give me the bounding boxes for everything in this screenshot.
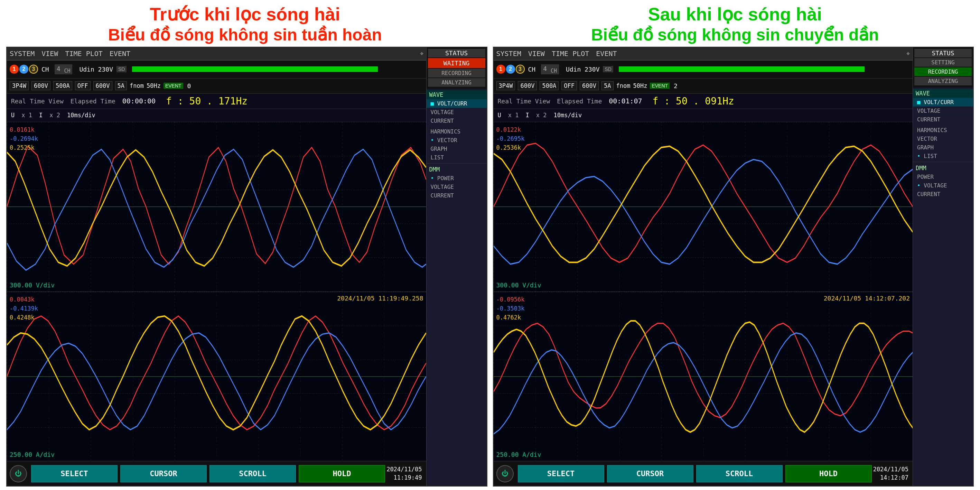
left-date-stamp: 2024/11/05 11:19:49 <box>387 465 423 482</box>
left-scale-i: I <box>39 112 43 119</box>
left-menu-system[interactable]: SYSTEM <box>10 49 35 58</box>
left-elapsed-label: Elapsed Time <box>70 97 115 105</box>
left-menu-bar: SYSTEM VIEW TIME PLOT EVENT ⌖ <box>7 48 426 60</box>
left-mode: 3P4W <box>10 81 29 90</box>
left-top-bottom-label: 300.00 V/div <box>10 282 55 289</box>
left-ch4-badge[interactable]: 4 CH <box>55 64 73 75</box>
left-ch3-badge[interactable]: 3 <box>29 65 38 74</box>
left-sidebar-graph[interactable]: GRAPH <box>426 145 487 153</box>
left-antenna-icon: ⌖ <box>420 50 423 57</box>
right-title: Sau khi lọc sóng hài Biểu đồ sóng không … <box>490 3 980 45</box>
left-event-badge: EVENT <box>164 83 183 89</box>
right-sidebar: STATUS SETTING RECORDING ANALYZING WAVE … <box>913 48 973 486</box>
left-dmm-power[interactable]: POWER <box>426 174 487 183</box>
left-signal-bar <box>132 67 421 72</box>
right-menu-view[interactable]: VIEW <box>528 49 545 58</box>
left-sidebar-vector[interactable]: VECTOR <box>426 136 487 145</box>
right-scroll-btn[interactable]: SCROLL <box>696 465 783 482</box>
right-status-setting: SETTING <box>914 58 972 67</box>
right-ch4-badge[interactable]: 4 CH <box>541 64 559 75</box>
right-sidebar-current[interactable]: CURRENT <box>913 115 973 124</box>
right-settings-bar: 3P4W 600V 500A OFF 600V 5A fnom 50Hz EVE… <box>494 78 913 94</box>
right-menu-timeplot[interactable]: TIME PLOT <box>552 49 589 58</box>
right-udin: Udin 230V <box>566 66 600 73</box>
right-scale-div: 10ms/div <box>554 112 582 119</box>
right-scale-i: I <box>525 112 529 119</box>
right-scope: SYSTEM VIEW TIME PLOT EVENT ⌖ 1 2 3 CH 4 <box>493 47 974 487</box>
left-wave-title: WAVE <box>426 90 487 99</box>
right-dmm-power[interactable]: POWER <box>913 173 973 181</box>
left-sidebar-voltcurr[interactable]: VOLT/CURR <box>426 99 487 108</box>
right-top-wave: 0.0122k -0.2695k 0.2536k 300.00 V/div <box>494 122 913 292</box>
right-menu-system[interactable]: SYSTEM <box>496 49 521 58</box>
right-elapsed-label: Elapsed Time <box>557 97 602 105</box>
right-sidebar-voltcurr[interactable]: VOLT/CURR <box>913 98 973 107</box>
left-scale-ux: x 1 <box>21 112 32 119</box>
right-bottom-val1: -0.0956k <box>496 296 525 303</box>
left-scope: SYSTEM VIEW TIME PLOT EVENT ⌖ 1 2 3 CH 4 <box>6 47 487 487</box>
left-fnom-val: 50Hz <box>146 82 161 89</box>
right-sidebar-graph[interactable]: GRAPH <box>913 143 973 152</box>
left-status-waiting: WAITING <box>428 58 485 68</box>
left-top-wave: 0.0161k -0.2694k 0.2525k 300.00 V/div <box>7 122 426 292</box>
right-off: OFF <box>562 81 577 90</box>
right-ch3-badge[interactable]: 3 <box>516 65 525 74</box>
left-status-recording: RECORDING <box>428 69 485 78</box>
left-sidebar-voltage[interactable]: VOLTAGE <box>426 108 487 116</box>
right-zero-val: 2 <box>674 82 678 89</box>
right-dmm-voltage[interactable]: VOLTAGE <box>913 181 973 190</box>
right-select-btn[interactable]: SELECT <box>518 465 604 482</box>
right-timestamp: 2024/11/05 14:12:07.202 <box>824 294 910 302</box>
right-power-btn[interactable]: ⏻ <box>496 465 514 482</box>
right-bottom-bottom-label: 250.00 A/div <box>496 451 541 458</box>
right-title-main: Sau khi lọc sóng hài <box>490 3 980 25</box>
left-zero-val: 0 <box>187 82 191 89</box>
right-bottom-bar: ⏻ SELECT CURSOR SCROLL HOLD 2024/11/05 1… <box>494 461 913 486</box>
right-bottom-val2: -0.3503k <box>496 305 525 312</box>
right-top-val2: -0.2695k <box>496 135 525 142</box>
right-hold-btn[interactable]: HOLD <box>785 465 872 482</box>
right-fnom: fnom <box>616 82 630 89</box>
left-ch2-badge[interactable]: 2 <box>19 65 29 74</box>
right-sidebar-vector[interactable]: VECTOR <box>913 135 973 143</box>
left-cursor-btn[interactable]: CURSOR <box>120 465 207 482</box>
left-fnom: fnom <box>130 82 144 89</box>
left-select-btn[interactable]: SELECT <box>31 465 118 482</box>
right-sidebar-voltage[interactable]: VOLTAGE <box>913 107 973 115</box>
left-amp: 500A <box>53 81 72 90</box>
right-dmm-current[interactable]: CURRENT <box>913 190 973 199</box>
right-sidebar-harmonics[interactable]: HARMONICS <box>913 126 973 135</box>
right-dmm-section: DMM POWER VOLTAGE CURRENT <box>913 162 973 200</box>
left-timestamp: 2024/11/05 11:19:49.258 <box>337 294 423 302</box>
right-cursor-btn[interactable]: CURSOR <box>607 465 694 482</box>
right-rtview-bar: Real Time View Elapsed Time 00:01:07 f :… <box>494 94 913 109</box>
left-dmm-section: DMM POWER VOLTAGE CURRENT <box>426 164 487 201</box>
right-top-val3: 0.2536k <box>496 144 521 151</box>
left-hold-btn[interactable]: HOLD <box>299 465 385 482</box>
right-elapsed-time: 00:01:07 <box>609 97 642 105</box>
right-sd: SD <box>603 66 613 72</box>
right-ch2-badge[interactable]: 2 <box>506 65 515 74</box>
left-bottom-val3: 0.4248k <box>10 314 35 321</box>
left-menu-event[interactable]: EVENT <box>110 49 130 58</box>
right-ch-label: CH <box>528 66 536 73</box>
right-menu-event[interactable]: EVENT <box>596 49 617 58</box>
right-freq-display: f : 50 . 091Hz <box>653 95 734 107</box>
right-dmm-title: DMM <box>913 164 973 173</box>
left-menu-timeplot[interactable]: TIME PLOT <box>65 49 102 58</box>
left-dmm-voltage[interactable]: VOLTAGE <box>426 183 487 191</box>
right-ch1-badge[interactable]: 1 <box>496 65 505 74</box>
left-ch1-badge[interactable]: 1 <box>10 65 19 74</box>
left-sidebar-list[interactable]: LIST <box>426 153 487 162</box>
left-dmm-current[interactable]: CURRENT <box>426 191 487 200</box>
left-menu-view[interactable]: VIEW <box>41 49 58 58</box>
left-scroll-btn[interactable]: SCROLL <box>210 465 296 482</box>
left-power-btn[interactable]: ⏻ <box>10 465 27 482</box>
left-sidebar-harmonics[interactable]: HARMONICS <box>426 127 487 136</box>
right-signal-bar <box>619 67 908 72</box>
left-bottom-val1: 0.0043k <box>10 296 35 303</box>
left-status-analyzing: ANALYZING <box>428 78 485 87</box>
right-status-recording: RECORDING <box>914 67 972 76</box>
left-sidebar-current[interactable]: CURRENT <box>426 116 487 125</box>
right-sidebar-list[interactable]: LIST <box>913 152 973 161</box>
